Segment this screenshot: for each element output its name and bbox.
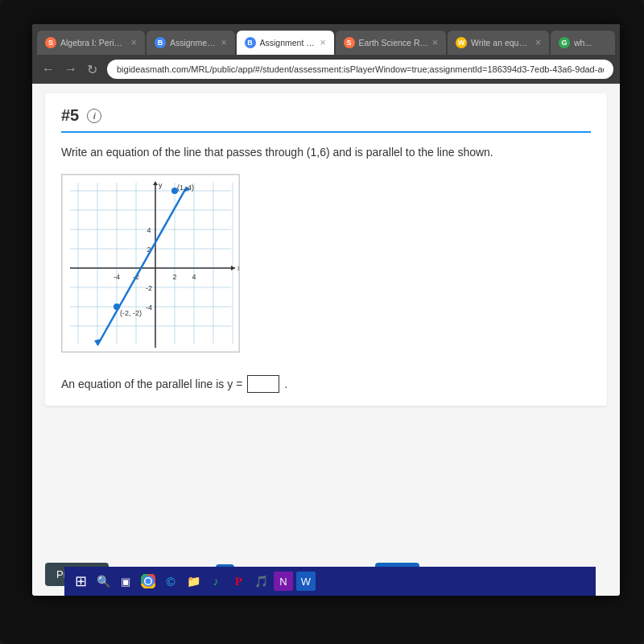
svg-text:(1, 4): (1, 4) bbox=[177, 184, 194, 192]
tab-assignment-player[interactable]: B Assignment Player × bbox=[237, 31, 334, 55]
tab-label-4: Earth Science R: Earth bbox=[359, 38, 428, 47]
tab-icon-3: B bbox=[245, 37, 256, 48]
tab-assignment-list[interactable]: B Assignment List × bbox=[147, 31, 235, 55]
tab-icon-1: S bbox=[45, 37, 56, 48]
answer-input-box[interactable] bbox=[247, 375, 279, 393]
edge-taskbar-icon[interactable]: © bbox=[161, 572, 180, 591]
tab-icon-2: B bbox=[155, 37, 166, 48]
screen: S Algebra I: Period 4 | S × B Assignment… bbox=[32, 24, 620, 596]
svg-point-37 bbox=[114, 303, 120, 310]
question-header: #5 i bbox=[61, 106, 591, 133]
svg-text:4: 4 bbox=[192, 273, 196, 281]
graph-container: -4 -2 2 4 x 4 2 -2 -4 y bbox=[61, 174, 240, 353]
back-button[interactable]: ← bbox=[39, 60, 58, 78]
content-wrapper: #5 i Write an equation of the line that … bbox=[32, 84, 620, 596]
tab-bar: S Algebra I: Period 4 | S × B Assignment… bbox=[32, 24, 620, 55]
svg-text:4: 4 bbox=[147, 226, 151, 234]
taskbar: ⊞ 🔍 ▣ © 📁 ♪ 𝐏 🎵 N W bbox=[64, 567, 596, 596]
pinterest-icon[interactable]: 𝐏 bbox=[229, 572, 248, 591]
answer-period: . bbox=[284, 378, 287, 390]
question-container: #5 i Write an equation of the line that … bbox=[45, 93, 607, 406]
word-icon[interactable]: W bbox=[296, 572, 316, 591]
svg-text:x: x bbox=[237, 264, 239, 272]
spotify-icon[interactable]: ♪ bbox=[206, 572, 225, 591]
svg-text:y: y bbox=[159, 181, 163, 189]
tab-label-2: Assignment List bbox=[170, 38, 217, 47]
chrome-taskbar-icon[interactable] bbox=[138, 572, 158, 591]
browser-chrome: S Algebra I: Period 4 | S × B Assignment… bbox=[32, 24, 620, 84]
info-icon[interactable]: i bbox=[87, 109, 101, 123]
answer-section: An equation of the parallel line is y = … bbox=[61, 375, 591, 393]
answer-prefix: An equation of the parallel line is y = bbox=[61, 378, 242, 390]
svg-text:(-2, -2): (-2, -2) bbox=[120, 309, 142, 317]
tab-label-5: Write an equation in bbox=[471, 38, 531, 47]
tab-label-6: wh... bbox=[574, 38, 592, 47]
tab-icon-5: W bbox=[456, 37, 467, 48]
task-view-icon[interactable]: ▣ bbox=[116, 572, 135, 591]
tab-close-5[interactable]: × bbox=[535, 37, 541, 48]
svg-point-41 bbox=[146, 579, 151, 584]
nav-buttons: ← → ↻ bbox=[39, 60, 101, 79]
svg-text:-2: -2 bbox=[146, 284, 152, 292]
svg-text:-4: -4 bbox=[114, 273, 120, 281]
address-bar: ← → ↻ bbox=[32, 55, 620, 84]
tab-close-2[interactable]: × bbox=[221, 37, 227, 48]
refresh-button[interactable]: ↻ bbox=[84, 60, 101, 79]
content-area: #5 i Write an equation of the line that … bbox=[32, 84, 620, 553]
tab-write-equation[interactable]: W Write an equation in × bbox=[448, 31, 549, 55]
question-number: #5 bbox=[61, 106, 79, 125]
tab-label-3: Assignment Player bbox=[260, 38, 316, 47]
onenote-icon[interactable]: N bbox=[274, 572, 293, 591]
tab-icon-4: S bbox=[344, 37, 355, 48]
music-icon[interactable]: 🎵 bbox=[251, 572, 270, 591]
svg-text:2: 2 bbox=[172, 273, 176, 281]
file-explorer-icon[interactable]: 📁 bbox=[184, 572, 203, 591]
forward-button[interactable]: → bbox=[61, 60, 80, 78]
tab-icon-6: G bbox=[559, 37, 570, 48]
tab-earth-science[interactable]: S Earth Science R: Earth × bbox=[336, 31, 447, 55]
windows-start-button[interactable]: ⊞ bbox=[71, 572, 90, 591]
coordinate-graph: -4 -2 2 4 x 4 2 -2 -4 y bbox=[62, 175, 239, 352]
tab-close-4[interactable]: × bbox=[432, 37, 438, 48]
search-taskbar-icon[interactable]: 🔍 bbox=[93, 572, 113, 591]
address-input[interactable] bbox=[107, 60, 613, 79]
tab-google[interactable]: G wh... bbox=[551, 31, 615, 55]
tab-label-1: Algebra I: Period 4 | S bbox=[60, 38, 127, 47]
svg-rect-0 bbox=[62, 175, 239, 352]
tab-close-1[interactable]: × bbox=[131, 37, 137, 48]
question-text: Write an equation of the line that passe… bbox=[61, 144, 591, 161]
tab-close-3[interactable]: × bbox=[320, 37, 326, 48]
svg-text:-4: -4 bbox=[146, 303, 152, 312]
tab-algebra[interactable]: S Algebra I: Period 4 | S × bbox=[37, 31, 145, 55]
